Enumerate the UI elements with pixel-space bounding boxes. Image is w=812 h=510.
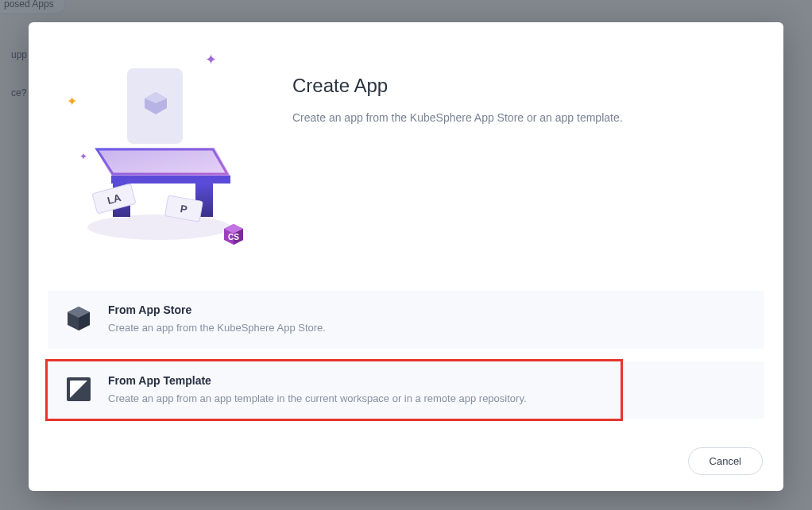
- option-desc: Create an app from an app template in th…: [108, 391, 527, 407]
- modal-footer: Cancel: [29, 432, 783, 491]
- star-icon: ✦: [205, 51, 217, 68]
- star-icon: ✦: [67, 94, 77, 109]
- modal-header: ✦ ✦ ✦: [29, 22, 783, 270]
- svg-text:CS: CS: [228, 233, 239, 241]
- create-app-illustration: ✦ ✦ ✦: [48, 44, 270, 254]
- create-app-modal: ✦ ✦ ✦: [29, 22, 783, 491]
- option-from-app-template[interactable]: From App Template Create an app from an …: [48, 361, 764, 419]
- modal-header-text: Create App Create an app from the KubeSp…: [292, 44, 755, 254]
- cube-icon: [64, 303, 94, 334]
- star-icon: ✦: [79, 151, 87, 162]
- app-box-illustration: LA P CS: [48, 44, 270, 251]
- option-body: From App Store Create an app from the Ku…: [108, 303, 326, 336]
- option-body: From App Template Create an app from an …: [108, 374, 527, 407]
- option-title: From App Store: [108, 303, 326, 316]
- modal-title: Create App: [292, 75, 755, 97]
- option-desc: Create an app from the KubeSphere App St…: [108, 320, 326, 336]
- cancel-button[interactable]: Cancel: [688, 447, 763, 475]
- modal-subtitle: Create an app from the KubeSphere App St…: [292, 110, 755, 126]
- template-icon: [64, 374, 94, 404]
- options-list: From App Store Create an app from the Ku…: [29, 270, 783, 432]
- option-from-app-store[interactable]: From App Store Create an app from the Ku…: [48, 291, 764, 349]
- option-title: From App Template: [108, 374, 527, 387]
- svg-point-0: [87, 214, 230, 240]
